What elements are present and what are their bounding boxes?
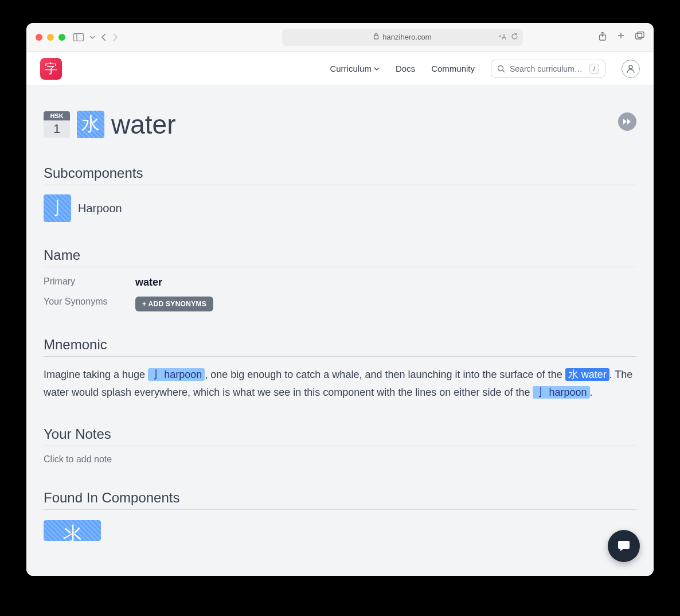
mnemonic-text: Imagine taking a huge 亅 harpoon, one big… [44,366,636,401]
section-heading: Found In Components [44,490,636,510]
search-input[interactable]: Search curriculum… / [491,60,605,78]
section-name: Name Primary water Your Synonyms + ADD S… [44,247,636,311]
search-shortcut: / [589,64,599,74]
level-number: 1 [44,120,70,138]
fast-forward-icon [623,118,632,125]
app-logo[interactable]: 字 [40,58,62,80]
svg-rect-4 [636,33,642,39]
account-button[interactable] [622,60,640,78]
svg-point-8 [629,65,632,69]
level-badge: HSK 1 [44,111,70,138]
mnemonic-part: Imagine taking a huge [44,369,148,380]
nav-community[interactable]: Community [431,64,475,73]
section-notes: Your Notes Click to add note [44,426,636,465]
component-reference-harpoon[interactable]: 亅 harpoon [533,386,589,399]
reader-icon[interactable]: ᵃA [499,33,506,41]
section-subcomponents: Subcomponents 亅 Harpoon [44,165,636,222]
user-icon [626,64,636,74]
address-bar[interactable]: hanzihero.com ᵃA [282,29,523,46]
next-item-button[interactable] [618,112,636,131]
nav-curriculum-label: Curriculum [330,64,372,73]
chevron-down-icon[interactable] [89,36,95,39]
mnemonic-part: , one big enough to catch a whale, and t… [205,369,565,380]
nav-curriculum[interactable]: Curriculum [330,64,380,73]
reload-icon[interactable] [511,33,518,42]
hanzi-badge: 水 [77,111,104,138]
subcomponent-name: Harpoon [78,202,122,215]
app-header: 字 Curriculum Docs Community Search curri… [26,52,654,86]
section-heading: Subcomponents [44,165,636,185]
nav-docs-label: Docs [396,64,415,73]
svg-rect-5 [638,32,644,37]
traffic-lights [36,34,65,41]
subcomponent-glyph: 亅 [49,197,66,220]
sidebar-toggle-icon[interactable] [73,33,84,41]
forward-button[interactable] [112,33,118,41]
component-reference-harpoon[interactable]: 亅 harpoon [148,368,205,381]
svg-rect-0 [74,33,84,41]
maximize-window-button[interactable] [58,34,65,41]
hanzi-glyph: 水 [81,112,100,137]
component-reference-water[interactable]: 水 water [565,368,609,381]
browser-window: hanzihero.com ᵃA [26,23,654,576]
back-button[interactable] [101,33,107,41]
new-tab-icon[interactable] [617,32,625,43]
section-found-in: Found In Components 氺 [44,490,636,541]
add-synonyms-button[interactable]: + ADD SYNONYMS [135,297,213,311]
subcomponent-glyph-badge: 亅 [44,194,71,222]
subcomponent-item[interactable]: 亅 Harpoon [44,194,636,222]
minimize-window-button[interactable] [47,34,54,41]
content: HSK 1 水 water Subcomponents 亅 Harpoon Na… [26,86,654,576]
nav-community-label: Community [431,64,475,73]
lock-icon [373,33,379,41]
primary-label: Primary [44,276,135,288]
logo-glyph: 字 [45,60,57,77]
add-note-placeholder[interactable]: Click to add note [44,454,636,465]
nav-docs[interactable]: Docs [396,64,415,73]
chat-button[interactable] [608,530,640,562]
primary-value: water [135,276,636,288]
synonyms-label: Your Synonyms [44,297,135,311]
title-row: HSK 1 水 water [44,109,636,140]
search-icon [497,65,505,73]
search-placeholder: Search curriculum… [510,64,585,73]
chat-icon [617,540,631,552]
svg-point-6 [498,65,503,71]
tabs-overview-icon[interactable] [635,32,644,43]
section-heading: Your Notes [44,426,636,446]
browser-toolbar: hanzihero.com ᵃA [26,23,654,52]
page-title: water [111,109,175,140]
section-heading: Mnemonic [44,337,636,357]
close-window-button[interactable] [36,34,42,41]
share-icon[interactable] [599,32,607,43]
found-in-item[interactable]: 氺 [44,520,101,541]
svg-rect-2 [374,36,378,39]
svg-line-7 [503,70,505,72]
mnemonic-part: . [590,387,593,398]
address-bar-text: hanzihero.com [382,33,431,41]
chevron-down-icon [374,67,380,71]
found-in-glyph: 氺 [63,521,81,541]
section-heading: Name [44,247,636,267]
level-system: HSK [44,111,70,120]
section-mnemonic: Mnemonic Imagine taking a huge 亅 harpoon… [44,337,636,401]
